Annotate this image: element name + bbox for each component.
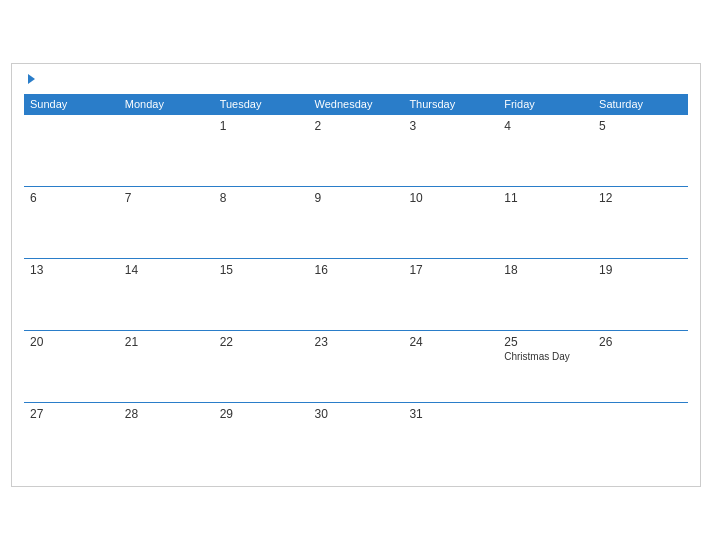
day-number: 7	[125, 191, 208, 205]
calendar-cell: 1	[214, 114, 309, 186]
calendar-cell: 23	[309, 330, 404, 402]
week-row-4: 2728293031	[24, 402, 688, 474]
weekday-header-tuesday: Tuesday	[214, 94, 309, 115]
calendar-cell: 14	[119, 258, 214, 330]
calendar-cell: 5	[593, 114, 688, 186]
logo-blue-text	[26, 74, 35, 84]
calendar-cell: 15	[214, 258, 309, 330]
calendar-cell: 18	[498, 258, 593, 330]
calendar-cell: 17	[403, 258, 498, 330]
calendar-cell: 3	[403, 114, 498, 186]
day-number: 23	[315, 335, 398, 349]
weekday-header-wednesday: Wednesday	[309, 94, 404, 115]
calendar-table: SundayMondayTuesdayWednesdayThursdayFrid…	[24, 94, 688, 475]
calendar-cell: 25Christmas Day	[498, 330, 593, 402]
week-row-1: 6789101112	[24, 186, 688, 258]
calendar-cell	[498, 402, 593, 474]
calendar-cell: 6	[24, 186, 119, 258]
weekday-header-thursday: Thursday	[403, 94, 498, 115]
day-number: 26	[599, 335, 682, 349]
weekday-header-saturday: Saturday	[593, 94, 688, 115]
day-number: 16	[315, 263, 398, 277]
day-number: 8	[220, 191, 303, 205]
calendar-cell: 20	[24, 330, 119, 402]
calendar-cell: 13	[24, 258, 119, 330]
calendar-cell: 22	[214, 330, 309, 402]
calendar-tbody: 1234567891011121314151617181920212223242…	[24, 114, 688, 474]
day-number: 30	[315, 407, 398, 421]
weekday-header-sunday: Sunday	[24, 94, 119, 115]
calendar-cell: 24	[403, 330, 498, 402]
calendar-cell: 7	[119, 186, 214, 258]
day-number: 4	[504, 119, 587, 133]
day-number: 6	[30, 191, 113, 205]
day-number: 25	[504, 335, 587, 349]
calendar-cell	[119, 114, 214, 186]
calendar-cell: 30	[309, 402, 404, 474]
weekday-header-monday: Monday	[119, 94, 214, 115]
day-number: 5	[599, 119, 682, 133]
calendar-cell: 9	[309, 186, 404, 258]
calendar-cell: 19	[593, 258, 688, 330]
week-row-0: 12345	[24, 114, 688, 186]
calendar-cell: 8	[214, 186, 309, 258]
day-number: 2	[315, 119, 398, 133]
week-row-2: 13141516171819	[24, 258, 688, 330]
calendar-cell: 10	[403, 186, 498, 258]
day-number: 22	[220, 335, 303, 349]
day-number: 1	[220, 119, 303, 133]
day-number: 21	[125, 335, 208, 349]
calendar-container: SundayMondayTuesdayWednesdayThursdayFrid…	[11, 63, 701, 488]
day-number: 27	[30, 407, 113, 421]
day-number: 13	[30, 263, 113, 277]
day-number: 19	[599, 263, 682, 277]
day-number: 28	[125, 407, 208, 421]
calendar-cell: 21	[119, 330, 214, 402]
day-number: 17	[409, 263, 492, 277]
calendar-thead: SundayMondayTuesdayWednesdayThursdayFrid…	[24, 94, 688, 115]
week-row-3: 202122232425Christmas Day26	[24, 330, 688, 402]
calendar-cell: 27	[24, 402, 119, 474]
calendar-cell: 29	[214, 402, 309, 474]
calendar-cell: 31	[403, 402, 498, 474]
calendar-cell: 16	[309, 258, 404, 330]
calendar-cell: 26	[593, 330, 688, 402]
day-number: 9	[315, 191, 398, 205]
day-number: 31	[409, 407, 492, 421]
weekday-header-row: SundayMondayTuesdayWednesdayThursdayFrid…	[24, 94, 688, 115]
day-number: 3	[409, 119, 492, 133]
day-number: 15	[220, 263, 303, 277]
calendar-header	[24, 74, 688, 84]
day-number: 12	[599, 191, 682, 205]
calendar-cell: 2	[309, 114, 404, 186]
holiday-label: Christmas Day	[504, 351, 587, 362]
calendar-cell: 4	[498, 114, 593, 186]
logo	[26, 74, 35, 84]
weekday-header-friday: Friday	[498, 94, 593, 115]
day-number: 14	[125, 263, 208, 277]
calendar-cell	[24, 114, 119, 186]
day-number: 24	[409, 335, 492, 349]
day-number: 29	[220, 407, 303, 421]
calendar-cell: 12	[593, 186, 688, 258]
logo-triangle-icon	[28, 74, 35, 84]
day-number: 10	[409, 191, 492, 205]
day-number: 20	[30, 335, 113, 349]
calendar-cell: 11	[498, 186, 593, 258]
calendar-cell: 28	[119, 402, 214, 474]
calendar-cell	[593, 402, 688, 474]
day-number: 18	[504, 263, 587, 277]
day-number: 11	[504, 191, 587, 205]
